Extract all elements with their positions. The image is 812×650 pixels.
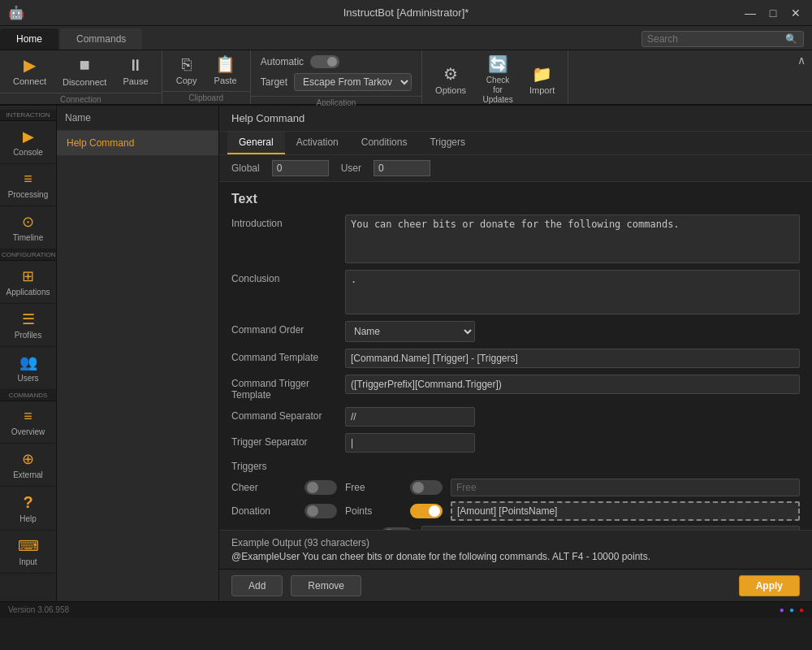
global-input[interactable] — [272, 160, 329, 176]
search-icon: 🔍 — [785, 33, 797, 45]
status-bar: Version 3.06.958 ● ● ● — [0, 601, 812, 618]
trigger-label-donation: Donation — [231, 505, 296, 517]
conclusion-input[interactable] — [345, 270, 800, 314]
donation-input[interactable] — [451, 501, 800, 521]
disconnect-button[interactable]: ■ Disconnect — [56, 54, 113, 89]
cheer-secondary-toggle[interactable] — [410, 480, 443, 495]
command-order-label: Command Order — [231, 321, 337, 336]
tab-conditions[interactable]: Conditions — [350, 132, 419, 154]
bottom-bar: Add Remove Apply — [219, 569, 812, 601]
bottom-actions: Add Remove — [231, 575, 361, 596]
version-label: Version 3.06.958 — [8, 605, 69, 614]
tab-commands[interactable]: Commands — [60, 28, 142, 50]
sidebar-label-overview: Overview — [11, 427, 45, 436]
sidebar-item-applications[interactable]: ⊞ Applications — [0, 261, 56, 304]
import-label: Import — [529, 85, 555, 95]
sidebar-item-external[interactable]: ⊕ External — [0, 444, 56, 487]
sidebar-label-users: Users — [17, 374, 38, 383]
sidebar-label-applications: Applications — [6, 288, 50, 297]
introduction-input[interactable] — [345, 214, 800, 263]
trigger-row-cheer: Cheer Free — [231, 479, 800, 496]
toolbar-collapse-button[interactable]: ∧ — [791, 50, 812, 70]
sidebar-section-commands: COMMANDS — [0, 390, 56, 401]
remove-button[interactable]: Remove — [291, 575, 361, 596]
cheer-primary-toggle[interactable] — [304, 480, 337, 495]
import-button[interactable]: 📁 Import — [523, 63, 561, 98]
automatic-toggle[interactable] — [310, 55, 339, 68]
tab-home[interactable]: Home — [0, 28, 58, 50]
trigger-row-donation: Donation Points — [231, 501, 800, 521]
minimize-button[interactable]: — — [742, 6, 758, 20]
command-trigger-template-label: Command Trigger Template — [231, 375, 337, 401]
trigger-label-cheer: Cheer — [231, 482, 296, 493]
subscription-toggle[interactable] — [381, 527, 413, 530]
command-trigger-template-input[interactable] — [345, 375, 800, 394]
sidebar-item-overview[interactable]: ≡ Overview — [0, 401, 56, 444]
tab-bar: Home Commands 🔍 — [0, 26, 812, 50]
sidebar-item-console[interactable]: ▶ Console — [0, 121, 56, 164]
apply-button[interactable]: Apply — [739, 575, 800, 596]
toolbar-tools-group: ⚙ Options 🔄 Check forUpdates 📁 Import To… — [422, 50, 568, 104]
detail-title: Help Command — [231, 112, 304, 124]
toolbar-application-group: Automatic Target Escape From Tarkov Appl… — [251, 50, 422, 104]
donation-primary-toggle[interactable] — [304, 504, 337, 518]
pause-label: Pause — [123, 76, 148, 86]
pause-button[interactable]: ⏸ Pause — [116, 54, 154, 89]
youtube-icon: ● — [799, 605, 804, 614]
profiles-icon: ☰ — [22, 310, 35, 328]
command-order-select[interactable]: Name Alphabetical Custom — [345, 321, 475, 342]
command-template-row: Command Template — [231, 349, 800, 368]
add-button[interactable]: Add — [231, 575, 283, 596]
connect-button[interactable]: ▶ Connect — [6, 54, 53, 89]
help-icon: ? — [23, 493, 32, 512]
sidebar-item-help[interactable]: ? Help — [0, 487, 56, 531]
cheer-input[interactable] — [451, 479, 800, 496]
sidebar-item-profiles[interactable]: ☰ Profiles — [0, 304, 56, 347]
toolbar-clipboard-group: ⎘ Copy 📋 Paste Clipboard — [162, 50, 251, 104]
commands-panel: Name Help Command — [57, 106, 219, 601]
paste-button[interactable]: 📋 Paste — [208, 54, 244, 88]
options-button[interactable]: ⚙ Options — [429, 63, 473, 98]
user-label: User — [341, 162, 361, 174]
sidebar-section-configuration: CONFIGURATION — [0, 249, 56, 261]
introduction-label: Introduction — [231, 214, 337, 229]
clipboard-group-label: Clipboard — [162, 91, 250, 104]
command-separator-input[interactable] — [345, 407, 475, 427]
maximize-button[interactable]: □ — [765, 6, 781, 20]
title-bar: 🤖 InstructBot [Administrator]* — □ ✕ — [0, 0, 812, 26]
triggers-title: Triggers — [231, 461, 800, 472]
section-title: Text — [231, 192, 800, 206]
check-updates-button[interactable]: 🔄 Check forUpdates — [476, 54, 520, 107]
connect-icon: ▶ — [24, 57, 36, 73]
close-button[interactable]: ✕ — [788, 6, 804, 20]
tab-triggers[interactable]: Triggers — [418, 132, 477, 154]
connect-label: Connect — [13, 76, 46, 86]
disconnect-label: Disconnect — [63, 77, 106, 87]
command-template-input[interactable] — [345, 349, 800, 368]
twitch-icon: ● — [780, 605, 784, 614]
target-select[interactable]: Escape From Tarkov — [294, 73, 412, 91]
search-input[interactable] — [647, 33, 785, 45]
tab-activation[interactable]: Activation — [285, 132, 350, 154]
sidebar-item-processing[interactable]: ≡ Processing — [0, 164, 56, 206]
import-icon: 📁 — [532, 66, 552, 82]
pause-icon: ⏸ — [127, 57, 144, 73]
trigger-separator-input[interactable] — [345, 433, 475, 453]
sidebar-section-interaction: INTERACTION — [0, 110, 56, 121]
sidebar-item-users[interactable]: 👥 Users — [0, 347, 56, 390]
tab-general[interactable]: General — [227, 132, 285, 154]
sidebar-label-console: Console — [13, 148, 43, 157]
copy-button[interactable]: ⎘ Copy — [169, 54, 205, 88]
sub-tabs: General Activation Conditions Triggers — [219, 132, 812, 155]
automatic-row: Automatic — [261, 55, 339, 68]
sidebar-item-timeline[interactable]: ⊙ Timeline — [0, 206, 56, 249]
sidebar-item-input[interactable]: ⌨ Input — [0, 531, 56, 574]
conclusion-row: Conclusion — [231, 270, 800, 314]
command-item-help[interactable]: Help Command — [57, 131, 218, 156]
user-input[interactable] — [374, 160, 430, 176]
sidebar: INTERACTION ▶ Console ≡ Processing ⊙ Tim… — [0, 106, 57, 601]
donation-points-label: Points — [345, 505, 402, 517]
timeline-icon: ⊙ — [22, 213, 34, 231]
sidebar-label-help: Help — [19, 514, 37, 523]
donation-secondary-toggle[interactable] — [410, 504, 443, 518]
